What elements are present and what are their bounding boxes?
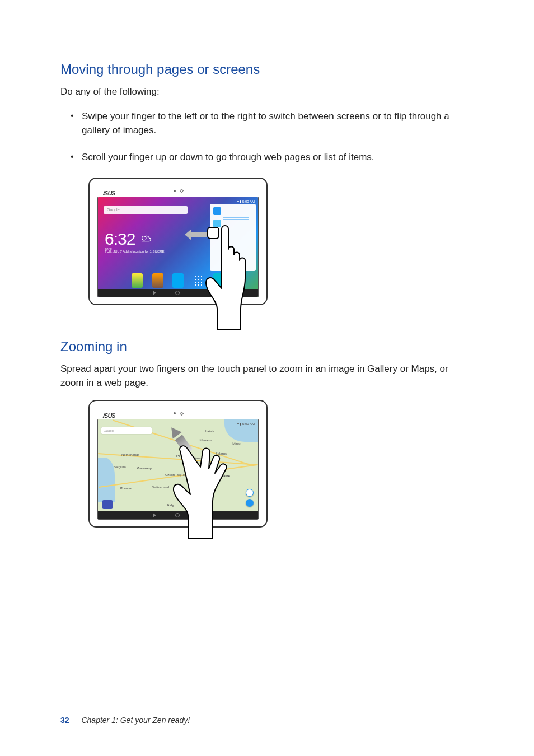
android-nav-bar <box>98 289 258 297</box>
map-label: Belgium <box>114 465 126 469</box>
tablet-sensors <box>97 185 259 193</box>
apps-grid-icon <box>193 273 204 288</box>
map-locate-icon <box>246 499 254 507</box>
map-label: Czech Republic <box>165 473 189 477</box>
browser-icon: Browser <box>172 273 184 288</box>
panel-icon <box>213 220 221 227</box>
map-label: Ukraine <box>218 474 230 478</box>
figure-swipe-gesture: /SUS ▾ ▮ 5:00 AM Google 6:32 98°F TUE, J… <box>88 178 474 305</box>
svg-point-0 <box>142 236 146 240</box>
android-nav-bar <box>98 511 258 519</box>
back-icon <box>153 513 156 517</box>
panel-chip <box>223 259 243 267</box>
clock-time: 6:32 <box>105 230 135 249</box>
chapter-title: Chapter 1: Get your Zen ready! <box>81 716 190 725</box>
dock-app-icon <box>152 273 163 288</box>
back-icon <box>153 291 156 295</box>
clock-sub: TUE, JUL 7 Add a location for 1 SUCRE <box>105 250 165 253</box>
bullet-scroll: Scroll your finger up or down to go thro… <box>71 150 474 165</box>
tablet-frame: /SUS ▾ ▮ 5:00 AM Google Latvia Lithuania… <box>88 400 268 528</box>
map-label: Minsk <box>232 442 241 445</box>
bullet-list-moving: Swipe your finger to the left or to the … <box>60 109 474 165</box>
map-label: Latvia <box>205 430 214 433</box>
page-number: 32 <box>60 716 69 725</box>
asus-logo: /SUS <box>103 190 115 197</box>
bullet-swipe: Swipe your finger to the left or to the … <box>71 109 474 138</box>
map-label: Poland <box>176 454 188 458</box>
map-label: Lithuania <box>199 438 212 442</box>
clock-widget: 6:32 98°F TUE, JUL 7 Add a location for … <box>105 230 165 253</box>
map-label: Switzerland <box>152 486 169 489</box>
status-bar: ▾ ▮ 5:00 AM <box>237 199 255 203</box>
intro-zooming: Spread apart your two fingers on the tou… <box>60 362 474 390</box>
map-label: Netherlands <box>121 453 139 456</box>
intro-moving: Do any of the following: <box>60 85 474 99</box>
camera-icon: Camera <box>213 273 224 288</box>
panel-icon <box>213 207 221 215</box>
home-icon <box>175 513 180 517</box>
page-footer: 32 Chapter 1: Get your Zen ready! <box>60 716 190 725</box>
dock-app-icon <box>132 273 143 288</box>
map-label: Germany <box>137 466 152 470</box>
map-search-bar: Google <box>101 427 152 434</box>
map-label: Belarus <box>216 452 227 455</box>
tablet-frame: /SUS ▾ ▮ 5:00 AM Google 6:32 98°F TUE, J… <box>88 178 268 305</box>
recent-icon <box>199 513 203 517</box>
recent-icon <box>199 291 203 295</box>
map-label: Italy <box>167 503 174 507</box>
map-layers-icon <box>102 500 113 509</box>
home-icon <box>175 291 180 295</box>
quick-settings-panel <box>210 204 256 271</box>
map-label: France <box>120 487 132 490</box>
app-dock: Browser Camera <box>98 273 258 288</box>
tablet-sensors <box>97 408 259 416</box>
google-search-bar: Google <box>104 206 188 214</box>
status-bar: ▾ ▮ 5:00 AM <box>237 422 255 426</box>
map-label: Warsaw <box>193 456 205 460</box>
asus-logo: /SUS <box>103 412 115 419</box>
tablet-screen-home: ▾ ▮ 5:00 AM Google 6:32 98°F TUE, JUL 7 … <box>97 197 259 297</box>
heading-moving-through: Moving through pages or screens <box>60 62 474 77</box>
figure-pinch-zoom-gesture: /SUS ▾ ▮ 5:00 AM Google Latvia Lithuania… <box>88 400 474 528</box>
manual-page: Moving through pages or screens Do any o… <box>0 0 534 756</box>
heading-zooming-in: Zooming in <box>60 339 474 354</box>
weather-icon <box>140 233 152 245</box>
map-directions-icon <box>246 489 254 497</box>
tablet-screen-map: ▾ ▮ 5:00 AM Google Latvia Lithuania Mins… <box>97 419 259 520</box>
